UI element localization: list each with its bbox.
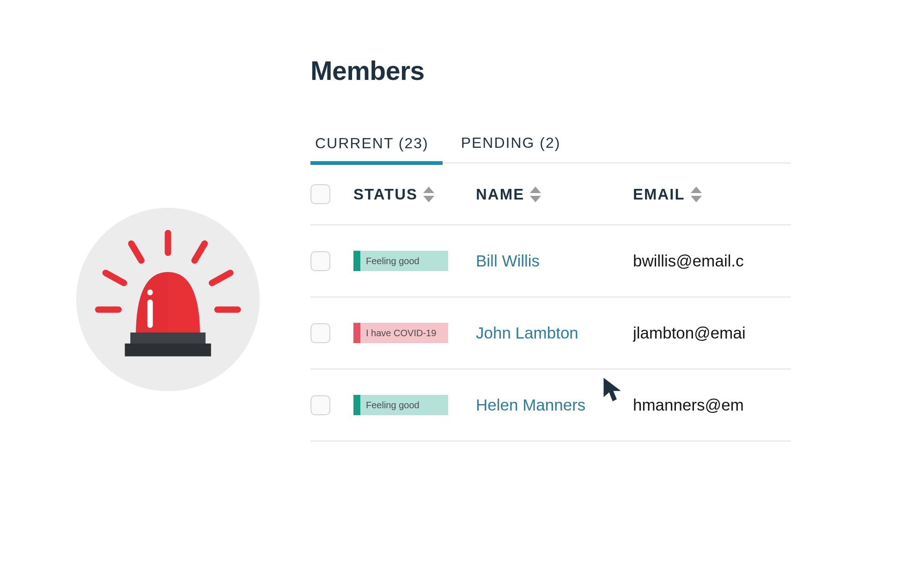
member-name[interactable]: John Lambton bbox=[476, 324, 633, 342]
tab-pending[interactable]: PENDING (2) bbox=[456, 130, 575, 163]
column-header-email[interactable]: EMAIL bbox=[633, 186, 791, 203]
row-checkbox[interactable] bbox=[310, 251, 330, 271]
status-label: I have COVID-19 bbox=[360, 323, 448, 343]
column-header-label: EMAIL bbox=[633, 186, 685, 203]
sort-icon bbox=[530, 187, 541, 202]
svg-line-1 bbox=[131, 243, 141, 260]
status-label: Feeling good bbox=[360, 251, 448, 271]
member-name[interactable]: Bill Willis bbox=[476, 252, 633, 270]
status-badge: Feeling good bbox=[353, 395, 448, 415]
page-title: Members bbox=[310, 55, 791, 86]
svg-line-2 bbox=[195, 243, 205, 260]
sort-icon bbox=[691, 187, 702, 202]
mouse-cursor-icon bbox=[601, 376, 626, 404]
table-row: I have COVID-19John Lambtonjlambton@emai bbox=[310, 297, 791, 369]
tab-current[interactable]: CURRENT (23) bbox=[310, 130, 443, 165]
column-header-label: NAME bbox=[476, 186, 524, 203]
alarm-illustration bbox=[76, 208, 260, 391]
status-label: Feeling good bbox=[360, 395, 448, 415]
column-header-name[interactable]: NAME bbox=[476, 186, 633, 203]
table-row: Feeling goodHelen Mannershmanners@em bbox=[310, 369, 791, 442]
select-all-checkbox[interactable] bbox=[310, 184, 330, 204]
svg-line-3 bbox=[106, 273, 124, 283]
row-checkbox[interactable] bbox=[310, 395, 330, 415]
table-row: Feeling goodBill Willisbwillis@email.c bbox=[310, 225, 791, 297]
siren-icon bbox=[76, 208, 260, 391]
column-header-label: STATUS bbox=[353, 186, 418, 203]
svg-rect-8 bbox=[147, 290, 153, 296]
status-badge: Feeling good bbox=[353, 251, 448, 271]
svg-line-4 bbox=[212, 273, 231, 283]
column-header-status[interactable]: STATUS bbox=[353, 186, 476, 203]
tabs-bar: CURRENT (23) PENDING (2) bbox=[310, 130, 791, 163]
table-body: Feeling goodBill Willisbwillis@email.cI … bbox=[310, 225, 791, 442]
member-email: bwillis@email.c bbox=[633, 252, 791, 270]
svg-rect-9 bbox=[130, 333, 206, 345]
svg-rect-7 bbox=[147, 300, 153, 328]
svg-rect-10 bbox=[125, 344, 211, 357]
sort-icon bbox=[423, 187, 434, 202]
member-email: jlambton@emai bbox=[633, 324, 791, 342]
row-checkbox[interactable] bbox=[310, 323, 330, 343]
table-header: STATUS NAME EMAIL bbox=[310, 163, 791, 225]
member-email: hmanners@em bbox=[633, 396, 791, 414]
status-badge: I have COVID-19 bbox=[353, 323, 448, 343]
